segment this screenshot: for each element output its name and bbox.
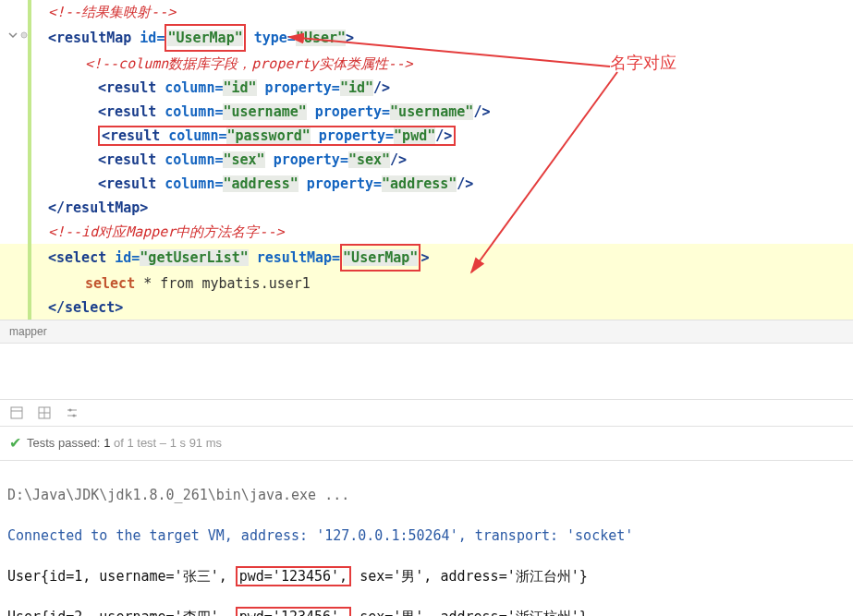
annotation-label: 名字对应 [610,51,676,76]
code-line: <result column="address" property="addre… [0,172,853,196]
code-line: <resultMap id="UserMap" type="User"> [0,24,853,52]
tool-toolbar [0,399,853,427]
code-editor[interactable]: ● <!--结果集映射--> <resultMap id="UserMap" t… [0,0,853,320]
table-icon[interactable] [37,405,52,420]
console-output[interactable]: D:\Java\JDK\jdk1.8.0_261\bin\java.exe ..… [0,460,853,616]
console-line: Connected to the target VM, address: '12… [7,525,846,546]
svg-point-10 [69,409,72,412]
code-line: <result column="username" property="user… [0,100,853,124]
console-line: D:\Java\JDK\jdk1.8.0_261\bin\java.exe ..… [7,485,846,505]
code-line: <result column="sex" property="sex"/> [0,148,853,172]
svg-point-11 [73,415,76,417]
code-line: <result column="id" property="id"/> [0,76,853,100]
breadcrumb[interactable]: mapper [0,320,853,344]
test-status-bar: ✔ Tests passed: 1 of 1 test – 1 s 91 ms [0,427,853,460]
code-line: </select> [0,296,853,320]
console-line: User{id=1, username='张三', pwd='123456', … [7,566,846,586]
check-icon: ✔ [9,432,21,454]
svg-rect-3 [11,407,22,418]
code-line: select * from mybatis.user1 [0,272,853,296]
settings-icon[interactable] [65,405,79,420]
code-line: <!--column数据库字段，property实体类属性--> [0,52,853,76]
code-line: <!--结果集映射--> [0,0,853,24]
code-line: <select id="getUserList" resultMap="User… [0,244,853,272]
code-line: </resultMap> [0,196,853,220]
code-line: <!--id对应Mapper中的方法名字--> [0,220,853,244]
code-line: <result column="password" property="pwd"… [0,124,853,148]
console-line: User{id=2, username='李四', pwd='123456', … [7,607,846,616]
layout-icon[interactable] [9,405,24,420]
